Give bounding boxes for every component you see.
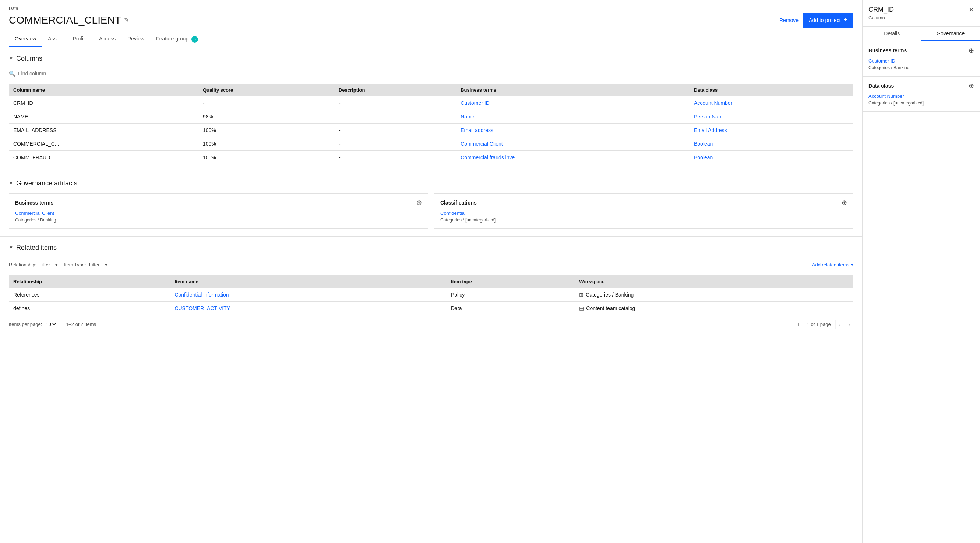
governance-section-header[interactable]: ▼ Governance artifacts <box>9 179 853 187</box>
related-filters: Relationship: Filter... ▾ Item Type: Fil… <box>9 257 853 272</box>
related-items-section: ▼ Related items Relationship: Filter... … <box>0 237 862 341</box>
add-classification-button[interactable]: ⊕ <box>842 199 847 206</box>
relationship-filter-select[interactable]: Filter... ▾ <box>40 262 58 267</box>
panel-tab-governance[interactable]: Governance <box>921 27 980 41</box>
account-number-link[interactable]: Account Number <box>869 94 974 99</box>
governance-title: Governance artifacts <box>16 179 77 187</box>
panel-title: CRM_ID <box>869 6 974 14</box>
panel-data-class-section: Data class ⊕ Account Number Categories /… <box>862 76 980 112</box>
cell-item-type: Policy <box>447 288 575 302</box>
col-header-data-class: Data class <box>689 84 853 96</box>
tab-feature-group[interactable]: Feature group β <box>150 32 204 47</box>
cell-data-class: Boolean <box>689 137 853 151</box>
table-row[interactable]: defines CUSTOMER_ACTIVITY Data ▤Content … <box>9 301 853 315</box>
relationship-label: Relationship: <box>9 262 37 267</box>
classification-item: Confidential Categories / [uncategorized… <box>440 210 847 222</box>
table-row[interactable]: CRM_ID - - Customer ID Account Number <box>9 96 853 110</box>
panel-business-term-item: Customer ID Categories / Banking <box>869 58 974 70</box>
relationship-filter-group: Relationship: Filter... ▾ <box>9 262 58 267</box>
tab-asset[interactable]: Asset <box>42 32 67 47</box>
col-header-quality: Quality score <box>199 84 334 96</box>
beta-badge: β <box>191 36 198 43</box>
cell-relationship: defines <box>9 301 170 315</box>
chevron-down-icon: ▾ <box>851 262 853 267</box>
customer-id-meta: Categories / Banking <box>869 65 909 70</box>
rel-header-relationship: Relationship <box>9 275 170 288</box>
right-panel: CRM_ID Column ✕ Details Governance Busin… <box>862 0 980 543</box>
add-related-items-button[interactable]: Add related items ▾ <box>812 262 853 267</box>
col-header-name: Column name <box>9 84 199 96</box>
cell-description: - <box>334 96 456 110</box>
table-row[interactable]: NAME 98% - Name Person Name <box>9 110 853 123</box>
add-to-project-button[interactable]: Add to project + <box>803 13 853 28</box>
cell-workspace: ⊞Categories / Banking <box>575 288 853 302</box>
cell-business-terms: Email address <box>456 123 689 137</box>
item-type-filter-select[interactable]: Filter... ▾ <box>89 262 108 267</box>
tab-overview[interactable]: Overview <box>9 32 42 47</box>
cell-business-terms: Name <box>456 110 689 123</box>
prev-page-button[interactable]: ‹ <box>835 320 844 329</box>
columns-section-header[interactable]: ▼ Columns <box>9 55 853 62</box>
cell-quality-score: 100% <box>199 137 334 151</box>
page-total: 1 of 1 page <box>807 322 831 327</box>
table-row[interactable]: COMM_FRAUD_... 100% - Commercial frauds … <box>9 151 853 164</box>
governance-artifacts-section: ▼ Governance artifacts Business terms ⊕ … <box>0 172 862 236</box>
chevron-down-icon: ▼ <box>9 181 13 186</box>
search-icon: 🔍 <box>9 71 15 76</box>
cell-description: - <box>334 123 456 137</box>
table-row[interactable]: EMAIL_ADDRESS 100% - Email address Email… <box>9 123 853 137</box>
next-page-button[interactable]: › <box>845 320 853 329</box>
cell-column-name: EMAIL_ADDRESS <box>9 123 199 137</box>
cell-column-name: CRM_ID <box>9 96 199 110</box>
tab-profile[interactable]: Profile <box>67 32 93 47</box>
panel-business-terms-section: Business terms ⊕ Customer ID Categories … <box>862 41 980 76</box>
columns-table: Column name Quality score Description Bu… <box>9 84 853 164</box>
table-row[interactable]: COMMERCIAL_C... 100% - Commercial Client… <box>9 137 853 151</box>
items-count: 1–2 of 2 items <box>66 322 96 327</box>
tab-review[interactable]: Review <box>121 32 150 47</box>
chevron-down-icon: ▾ <box>105 262 108 267</box>
commercial-client-link[interactable]: Commercial Client <box>15 210 422 216</box>
account-number-meta: Categories / [uncategorized] <box>869 100 924 106</box>
item-type-filter-group: Item Type: Filter... ▾ <box>64 262 107 267</box>
cell-column-name: NAME <box>9 110 199 123</box>
cell-data-class: Boolean <box>689 151 853 164</box>
tab-access[interactable]: Access <box>93 32 121 47</box>
cell-data-class: Person Name <box>689 110 853 123</box>
business-term-meta: Categories / Banking <box>15 218 56 222</box>
related-title: Related items <box>16 244 57 252</box>
related-table: Relationship Item name Item type Workspa… <box>9 275 853 315</box>
panel-header: CRM_ID Column ✕ <box>862 0 980 27</box>
chevron-down-icon: ▼ <box>9 56 13 61</box>
page-size-select[interactable]: 10 25 50 <box>44 321 57 327</box>
column-search-input[interactable] <box>18 71 853 76</box>
panel-data-class-item: Account Number Categories / [uncategoriz… <box>869 94 974 106</box>
table-row[interactable]: References Confidential information Poli… <box>9 288 853 302</box>
add-business-term-button[interactable]: ⊕ <box>416 199 422 206</box>
customer-id-link[interactable]: Customer ID <box>869 58 974 64</box>
rel-header-item-name: Item name <box>170 275 447 288</box>
related-section-header[interactable]: ▼ Related items <box>9 244 853 252</box>
confidential-link[interactable]: Confidential <box>440 210 847 216</box>
business-term-item: Commercial Client Categories / Banking <box>15 210 422 222</box>
panel-add-data-class-button[interactable]: ⊕ <box>969 83 974 89</box>
panel-add-business-term-button[interactable]: ⊕ <box>969 47 974 54</box>
edit-icon[interactable]: ✎ <box>124 17 129 24</box>
panel-tab-details[interactable]: Details <box>862 27 921 41</box>
close-icon[interactable]: ✕ <box>969 6 974 14</box>
plus-icon: + <box>843 16 848 24</box>
cell-item-name: CUSTOMER_ACTIVITY <box>170 301 447 315</box>
page-navigation: 1 of 1 page ‹ › <box>791 320 853 329</box>
page-number-input[interactable] <box>791 320 805 329</box>
cell-business-terms: Commercial Client <box>456 137 689 151</box>
classifications-card-title: Classifications <box>440 200 477 206</box>
cell-data-class: Email Address <box>689 123 853 137</box>
remove-button[interactable]: Remove <box>780 17 799 23</box>
classification-meta: Categories / [uncategorized] <box>440 218 496 222</box>
col-header-desc: Description <box>334 84 456 96</box>
cell-description: - <box>334 110 456 123</box>
classifications-card: Classifications ⊕ Confidential Categorie… <box>434 193 853 229</box>
cell-data-class: Account Number <box>689 96 853 110</box>
cell-item-type: Data <box>447 301 575 315</box>
cell-description: - <box>334 137 456 151</box>
